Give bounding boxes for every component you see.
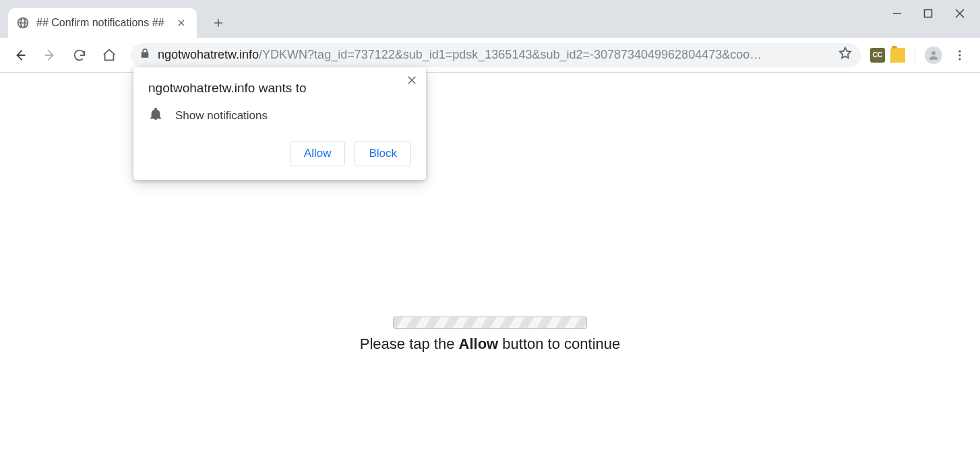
window-minimize-button[interactable] (892, 9, 902, 21)
bookmark-star-icon[interactable] (838, 46, 853, 64)
fake-progress-bar (393, 317, 587, 329)
tab-title: ## Confirm notifications ## (36, 17, 169, 29)
address-text: ngotwohatretw.info/YDKWN?tag_id=737122&s… (158, 48, 831, 62)
lock-icon[interactable] (139, 47, 151, 63)
permission-item-text: Show notifications (175, 109, 268, 123)
permission-close-icon[interactable] (406, 74, 418, 89)
permission-row: Show notifications (148, 106, 411, 125)
tab-close-icon[interactable] (175, 17, 187, 29)
browser-menu-button[interactable] (948, 43, 972, 67)
bell-icon (148, 106, 163, 125)
browser-tab[interactable]: ## Confirm notifications ## (8, 8, 197, 38)
window-controls (892, 8, 980, 38)
forward-button (38, 43, 62, 67)
extension-cc-icon[interactable]: CC (870, 48, 885, 63)
window-close-button[interactable] (954, 8, 965, 22)
svg-rect-0 (925, 10, 932, 18)
address-bar[interactable]: ngotwohatretw.info/YDKWN?tag_id=737122&s… (131, 43, 861, 67)
address-domain: ngotwohatretw.info (158, 48, 259, 61)
svg-point-4 (958, 58, 960, 60)
window-maximize-button[interactable] (923, 9, 933, 21)
back-button[interactable] (8, 43, 32, 67)
address-path: /YDKWN?tag_id=737122&sub_id1=pdsk_136514… (259, 48, 762, 61)
page-message-post: button to continue (498, 335, 620, 352)
permission-block-button[interactable]: Block (355, 141, 411, 166)
page-message-bold: Allow (459, 335, 499, 352)
svg-point-1 (931, 51, 936, 55)
profile-avatar-icon[interactable] (925, 46, 942, 64)
toolbar-divider (915, 47, 915, 63)
browser-titlebar: ## Confirm notifications ## (0, 0, 980, 38)
new-tab-button[interactable] (208, 12, 229, 34)
permission-allow-button[interactable]: Allow (290, 141, 346, 166)
page-message: Please tap the Allow button to continue (360, 335, 620, 353)
home-button[interactable] (97, 43, 121, 67)
notification-permission-popup: ngotwohatretw.info wants to Show notific… (133, 67, 426, 180)
permission-title: ngotwohatretw.info wants to (148, 81, 411, 96)
globe-icon (16, 16, 30, 30)
svg-point-2 (958, 50, 960, 52)
extension-folder-icon[interactable] (890, 48, 905, 63)
reload-button[interactable] (67, 43, 92, 67)
svg-point-3 (958, 54, 960, 56)
page-message-pre: Please tap the (360, 335, 459, 352)
